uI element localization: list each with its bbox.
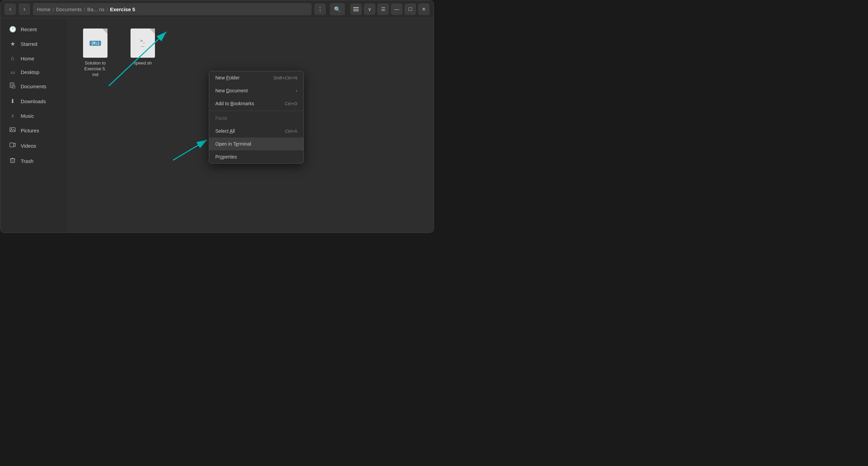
sidebar-label-recent: Recent [21, 26, 37, 32]
file-manager-window: ‹ › Home / Documents / Ba... ns / Exerci… [0, 0, 434, 233]
md-file-label: Solution toExercise 5.md [84, 60, 106, 78]
add-bookmarks-label: Add to Bookmarks [215, 101, 254, 106]
context-menu-select-all[interactable]: Select All Ctrl+A [209, 125, 303, 137]
svg-rect-2 [353, 11, 359, 11]
starred-icon: ★ [9, 40, 16, 48]
view-grid-button[interactable]: ☰ [377, 3, 389, 15]
sidebar-item-music[interactable]: ♪ Music [2, 109, 66, 123]
select-all-shortcut: Ctrl+A [285, 129, 297, 134]
sidebar-item-pictures[interactable]: Pictures [2, 123, 66, 138]
recent-icon: 🕐 [9, 26, 16, 33]
file-grid: [M↓] Solution toExercise 5.md >_ — speed… [78, 29, 423, 78]
breadcrumb-exercise5: Exercise 5 [110, 6, 135, 12]
context-menu: New Folder Shift+Ctrl+N New Document › A… [209, 71, 304, 164]
context-menu-new-document[interactable]: New Document › [209, 84, 303, 97]
documents-icon [9, 82, 16, 90]
content-area: 🕐 Recent ★ Starred ⌂ Home ▭ Desktop [0, 18, 434, 232]
downloads-icon: ⬇ [9, 98, 16, 105]
paste-label: Paste [215, 115, 228, 121]
sidebar-item-downloads[interactable]: ⬇ Downloads [2, 94, 66, 108]
sidebar-label-music: Music [21, 113, 34, 119]
sidebar-item-desktop[interactable]: ▭ Desktop [2, 66, 66, 78]
context-menu-paste: Paste [209, 112, 303, 125]
sidebar-item-documents[interactable]: Documents [2, 79, 66, 94]
svg-line-23 [173, 140, 207, 160]
context-menu-properties[interactable]: Properties [209, 150, 303, 163]
sidebar-label-downloads: Downloads [21, 98, 46, 104]
view-sort-button[interactable]: ∨ [364, 3, 375, 15]
new-folder-shortcut: Shift+Ctrl+N [273, 75, 297, 80]
pictures-icon [9, 127, 16, 134]
context-menu-add-bookmarks[interactable]: Add to Bookmarks Ctrl+D [209, 97, 303, 110]
new-folder-label: New Folder [215, 75, 240, 80]
new-document-arrow: › [296, 88, 297, 93]
file-item-speed-sh[interactable]: >_ — speed.sh [126, 29, 160, 78]
svg-rect-1 [353, 9, 359, 10]
breadcrumb-bar[interactable]: Home / Documents / Ba... ns / Exercise 5 [33, 3, 312, 15]
menu-button[interactable]: ⋮ [314, 3, 326, 15]
svg-rect-13 [11, 159, 15, 163]
view-list-button[interactable] [350, 3, 362, 15]
maximize-button[interactable]: ☐ [405, 3, 416, 15]
sidebar-label-desktop: Desktop [21, 69, 39, 75]
music-icon: ♪ [9, 112, 16, 119]
close-button[interactable]: ✕ [418, 3, 430, 15]
add-bookmarks-shortcut: Ctrl+D [285, 101, 297, 106]
context-menu-separator-1 [209, 111, 303, 111]
context-menu-new-folder[interactable]: New Folder Shift+Ctrl+N [209, 71, 303, 84]
properties-label: Properties [215, 154, 237, 160]
file-item-solution-md[interactable]: [M↓] Solution toExercise 5.md [78, 29, 112, 78]
open-terminal-label: Open in Terminal [215, 141, 251, 147]
sidebar-item-recent[interactable]: 🕐 Recent [2, 22, 66, 36]
select-all-label: Select All [215, 128, 235, 134]
sidebar-item-home[interactable]: ⌂ Home [2, 52, 66, 65]
md-file-icon: [M↓] [83, 29, 107, 58]
toolbar: ‹ › Home / Documents / Ba... ns / Exerci… [0, 0, 434, 18]
search-button[interactable]: 🔍 [330, 3, 345, 15]
desktop-icon: ▭ [9, 70, 16, 75]
svg-rect-10 [10, 128, 15, 132]
sidebar-item-starred[interactable]: ★ Starred [2, 37, 66, 51]
sidebar-label-trash: Trash [21, 158, 34, 164]
forward-button[interactable]: › [19, 3, 30, 15]
svg-point-11 [11, 129, 12, 130]
sidebar-label-starred: Starred [21, 41, 37, 47]
sidebar-label-pictures: Pictures [21, 128, 39, 133]
breadcrumb-bastions: Ba... ns [87, 6, 104, 12]
sidebar-label-documents: Documents [21, 83, 46, 89]
breadcrumb-home: Home [37, 6, 51, 12]
sidebar-label-videos: Videos [21, 143, 36, 149]
back-button[interactable]: ‹ [4, 3, 16, 15]
home-icon: ⌂ [9, 55, 16, 62]
new-document-label: New Document [215, 88, 248, 93]
sh-file-label: speed.sh [134, 60, 152, 66]
sh-file-icon: >_ — [131, 29, 155, 58]
svg-rect-12 [10, 143, 14, 147]
file-area: [M↓] Solution toExercise 5.md >_ — speed… [68, 18, 434, 232]
sidebar: 🕐 Recent ★ Starred ⌂ Home ▭ Desktop [0, 18, 68, 232]
context-menu-open-terminal[interactable]: Open in Terminal [209, 137, 303, 150]
window-controls: ∨ ☰ — ☐ ✕ [350, 3, 430, 15]
svg-rect-0 [353, 7, 359, 8]
sidebar-item-videos[interactable]: Videos [2, 138, 66, 153]
breadcrumb-documents: Documents [56, 6, 82, 12]
minimize-button[interactable]: — [391, 3, 402, 15]
sidebar-item-trash[interactable]: Trash [2, 154, 66, 168]
videos-icon [9, 142, 16, 150]
trash-icon [9, 157, 16, 165]
sidebar-label-home: Home [21, 56, 34, 61]
